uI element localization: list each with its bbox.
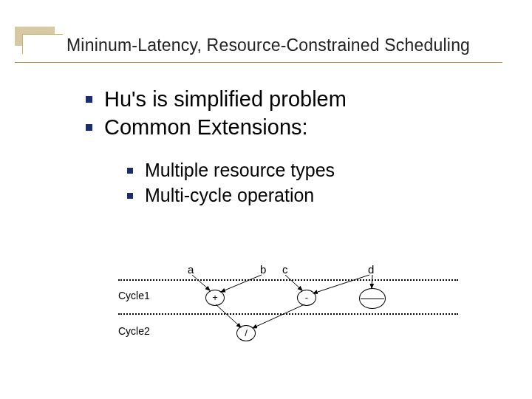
svg-line-1 [221,275,262,292]
slide: Mininum-Latency, Resource-Constrained Sc… [0,0,532,399]
svg-line-0 [192,275,210,290]
square-bullet-icon [86,96,92,103]
svg-line-3 [313,275,369,293]
subbullet-resource-types: Multiple resource types [127,160,335,181]
title-underline [15,62,502,63]
svg-line-6 [253,304,304,328]
bullet-hu: Hu's is simplified problem [86,87,347,112]
bullet-text: Multiple resource types [145,160,335,181]
scheduling-diagram: Cycle1 Cycle2 a b c d + - / [118,259,473,384]
svg-line-5 [216,304,241,327]
bullet-extensions: Common Extensions: [86,115,308,140]
svg-line-4 [372,275,372,288]
square-bullet-icon [127,168,133,174]
title-accent [15,27,55,46]
square-bullet-icon [86,124,92,131]
bullet-text: Hu's is simplified problem [104,87,347,112]
slide-title: Mininum-Latency, Resource-Constrained Sc… [66,35,470,55]
arrows [118,259,473,384]
bullet-text: Multi-cycle operation [145,185,314,206]
bullet-text: Common Extensions: [104,115,308,140]
square-bullet-icon [127,193,133,199]
subbullet-multicycle: Multi-cycle operation [127,185,314,206]
svg-line-2 [285,275,302,290]
